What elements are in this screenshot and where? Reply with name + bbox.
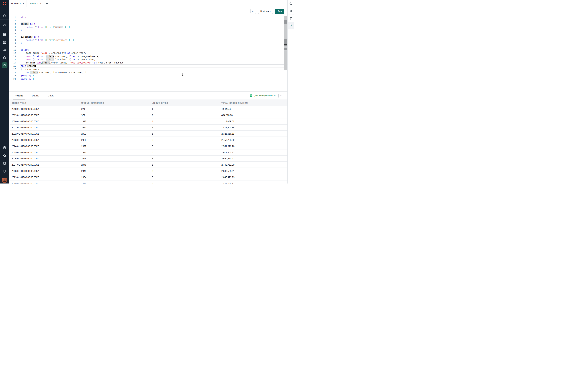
table-cell: 2,453,253.32	[221, 139, 287, 141]
line-number: 15	[9, 61, 16, 64]
tab-chart[interactable]: Chart	[47, 92, 55, 100]
table-cell: 2949	[81, 170, 152, 172]
hex-logo-icon[interactable]	[0, 1, 9, 6]
table-row[interactable]: 2022-01-01T00:00:00.000Z290262,325,556.1…	[10, 131, 287, 137]
table-row[interactable]: 2023-01-01T00:00:00.000Z293062,453,253.3…	[10, 137, 287, 143]
code-line-17[interactable]: 17join customers	[9, 68, 287, 71]
rail-item-compass[interactable]	[288, 0, 294, 7]
code-line-20[interactable]: 20order by 1	[9, 77, 287, 81]
rail-item-history-clock[interactable]	[288, 15, 294, 22]
sidebar-item-home[interactable]	[0, 13, 9, 19]
table-row[interactable]: 2028-01-01T00:00:00.000Z294962,808,539.0…	[10, 168, 287, 174]
code-line-15[interactable]: 15 to_char(sum(orders.order_total), '999…	[9, 61, 287, 64]
table-cell: 2022-01-01T00:00:00.000Z	[11, 133, 81, 135]
results-more-button[interactable]: •••	[278, 93, 285, 98]
column-header-order_year[interactable]: ORDER_YEAR	[11, 102, 81, 104]
code-line-7[interactable]: 7customers as (	[9, 35, 287, 39]
table-cell: 6	[152, 176, 221, 179]
code-line-14[interactable]: 14 count(distinct orders.location_id) as…	[9, 58, 287, 61]
tab-results[interactable]: Results	[14, 92, 24, 100]
ellipsis-icon: •••	[280, 95, 283, 96]
close-icon[interactable]: ✕	[23, 2, 24, 5]
rail-item-magic-chat[interactable]	[288, 22, 294, 29]
table-cell: 2661	[81, 126, 152, 129]
table-row[interactable]: 2024-01-01T00:00:00.000Z292762,551,076.7…	[10, 143, 287, 150]
table-cell: 494,818.00	[221, 114, 287, 117]
table-cell: 6	[152, 182, 221, 184]
table-cell: 2025-01-01T00:00:00.000Z	[11, 151, 81, 154]
code-line-19[interactable]: 19group by 1	[9, 74, 287, 77]
table-row[interactable]: 2021-01-01T00:00:00.000Z266161,871,800.8…	[10, 125, 287, 131]
table-row[interactable]: 2029-01-01T00:00:00.000Z295462,845,473.9…	[10, 174, 287, 181]
sidebar-item-code-window[interactable]	[0, 39, 9, 45]
code-line-18[interactable]: 18 on orders.customer_id = customers.cus…	[9, 71, 287, 74]
code-text: order by 1	[16, 77, 34, 81]
sidebar-item-projects-tray[interactable]	[0, 22, 9, 28]
table-row[interactable]: 2018-01-01T00:00:00.000Z221144,442.65	[10, 106, 287, 112]
code-line-3[interactable]: 3orders as (	[9, 22, 287, 25]
code-line-5[interactable]: 5),	[9, 29, 287, 32]
table-cell: 221	[81, 108, 152, 110]
line-number: 5	[9, 29, 16, 32]
sidebar-item-documentation-book[interactable]	[0, 160, 9, 166]
code-line-16[interactable]: 16from orders	[9, 64, 287, 67]
sidebar-item-support-headset[interactable]	[0, 152, 9, 158]
table-cell: 2021-01-01T00:00:00.000Z	[11, 126, 81, 129]
sql-editor[interactable]: 1with23orders as (4 select * from {{ ref…	[9, 16, 287, 91]
column-header-unique_customers[interactable]: UNIQUE_CUSTOMERS	[81, 102, 152, 104]
table-row[interactable]: 2027-01-01T00:00:00.000Z294662,742,751.3…	[10, 162, 287, 168]
code-line-1[interactable]: 1with	[9, 16, 287, 19]
editor-scrollbar-cursor-mark	[285, 44, 287, 45]
bookmark-button[interactable]: Bookmark	[258, 9, 273, 14]
code-line-13[interactable]: 13 count(distinct orders.customer_id) as…	[9, 55, 287, 58]
sidebar-item-linked-windows[interactable]	[0, 47, 9, 53]
rail-item-bookmark[interactable]	[288, 8, 294, 15]
sidebar-item-compass[interactable]	[0, 55, 9, 61]
code-line-9[interactable]: 9)	[9, 42, 287, 45]
user-avatar[interactable]	[2, 178, 7, 183]
table-cell: 6	[152, 145, 221, 148]
column-header-unique_cities[interactable]: UNIQUE_CITIES	[152, 102, 221, 104]
table-row[interactable]: 2026-01-01T00:00:00.000Z294462,690,570.7…	[10, 156, 287, 162]
tab-details[interactable]: Details	[31, 92, 40, 100]
editor-scrollbar-thumb[interactable]	[285, 20, 287, 24]
sidebar-item-terminal[interactable]	[0, 62, 9, 68]
clipboard-icon	[3, 146, 6, 150]
right-rail	[287, 0, 294, 184]
line-number: 9	[9, 42, 16, 45]
code-line-2[interactable]: 2	[9, 19, 287, 22]
sidebar-item-organization-building[interactable]	[0, 168, 9, 174]
code-line-8[interactable]: 8 select * from {{ ref('customers') }}	[9, 39, 287, 42]
code-line-12[interactable]: 12 date_trunc('year', ordered_at) as ord…	[9, 51, 287, 55]
code-line-11[interactable]: 11select	[9, 48, 287, 51]
code-line-10[interactable]: 10	[9, 45, 287, 48]
column-header-total_order_revenue[interactable]: TOTAL_ORDER_REVENUE	[221, 102, 287, 104]
sidebar-item-clipboard[interactable]	[0, 144, 9, 150]
code-line-6[interactable]: 6	[9, 32, 287, 35]
sidebar-item-apps-grid[interactable]	[0, 31, 9, 37]
table-row[interactable]: 2019-01-01T00:00:00.000Z9772494,818.00	[10, 112, 287, 118]
table-row[interactable]: 2025-01-01T00:00:00.000Z293262,617,453.3…	[10, 150, 287, 156]
table-cell: 2018-01-01T00:00:00.000Z	[11, 108, 81, 110]
line-number: 7	[9, 35, 16, 39]
table-cell: 2954	[81, 176, 152, 179]
close-icon[interactable]: ✕	[40, 2, 42, 5]
line-number: 8	[9, 39, 16, 42]
history-clock-icon	[289, 17, 293, 20]
table-cell: 2030-01-01T00:00:00.000Z	[11, 182, 81, 184]
more-options-button[interactable]: •••	[250, 9, 256, 14]
table-row[interactable]: 2020-01-01T00:00:00.000Z191741,115,869.5…	[10, 118, 287, 125]
run-button[interactable]: Run	[275, 9, 285, 14]
tab-untitled-2[interactable]: Untitled 1 ✕	[26, 0, 44, 7]
table-cell: 2024-01-01T00:00:00.000Z	[11, 145, 81, 148]
code-text: on orders.customer_id = customers.custom…	[16, 71, 86, 74]
code-text: to_char(sum(orders.order_total), '999,99…	[16, 61, 124, 64]
table-cell: 2,551,076.70	[221, 145, 287, 148]
table-cell: 4	[152, 120, 221, 123]
code-line-4[interactable]: 4 select * from {{ ref('orders') }}	[9, 25, 287, 29]
line-number: 1	[9, 16, 16, 19]
table-row[interactable]: 2030-01-01T00:00:00.000Z287961,841,049.3…	[10, 181, 287, 184]
new-tab-button[interactable]: +	[44, 0, 50, 7]
code-text: join customers	[16, 68, 39, 71]
tab-untitled-1[interactable]: Untitled 1 ✕	[9, 0, 26, 7]
